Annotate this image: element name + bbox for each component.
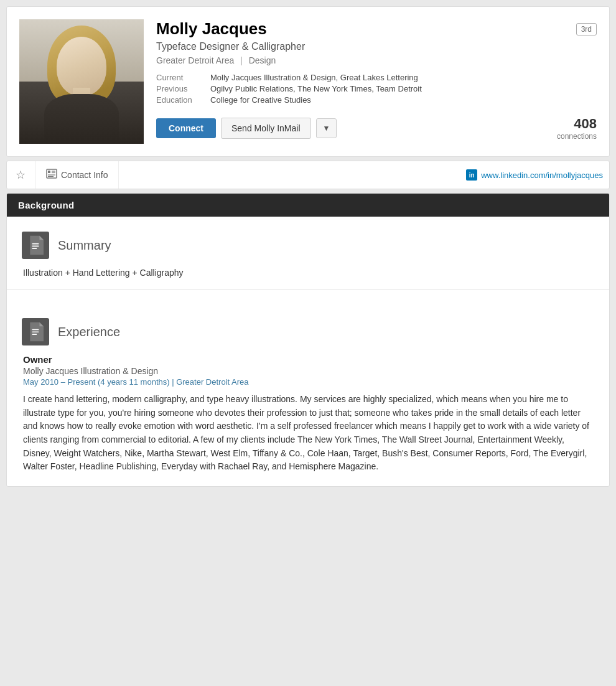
- current-label: Current: [156, 73, 203, 82]
- summary-text: Illustration + Hand Lettering + Calligra…: [22, 268, 594, 278]
- star-icon: ☆: [16, 168, 26, 182]
- education-row: Education College for Creative Studies: [156, 95, 597, 105]
- profile-name-row: Molly Jacques 3rd: [156, 19, 597, 39]
- contact-icon: [46, 169, 57, 182]
- summary-section: Summary Illustration + Hand Lettering + …: [7, 217, 609, 278]
- industry-text: Design: [249, 55, 276, 65]
- previous-value: Ogilvy Public Relations, The New York Ti…: [210, 84, 422, 93]
- linkedin-icon: in: [466, 169, 477, 181]
- svg-rect-1: [48, 171, 50, 173]
- current-row: Current Molly Jacques Illustration & Des…: [156, 73, 597, 82]
- profile-card: Molly Jacques 3rd Typeface Designer & Ca…: [6, 6, 610, 157]
- experience-role: Owner: [23, 354, 593, 365]
- svg-rect-6: [32, 243, 39, 245]
- summary-divider: [7, 289, 609, 289]
- profile-location: Greater Detroit Area | Design: [156, 55, 597, 65]
- profile-details: Current Molly Jacques Illustration & Des…: [156, 73, 597, 105]
- svg-rect-9: [32, 329, 39, 331]
- profile-title: Typeface Designer & Calligrapher: [156, 41, 597, 52]
- profile-name: Molly Jacques: [156, 19, 267, 39]
- svg-rect-8: [32, 248, 37, 249]
- dropdown-button[interactable]: ▼: [316, 118, 337, 138]
- experience-description: I create hand lettering, modern calligra…: [23, 393, 593, 474]
- linkedin-url: www.linkedin.com/in/mollyjacques: [481, 171, 603, 180]
- summary-title: Summary: [58, 238, 111, 253]
- toolbar-bar: ☆ Contact Info in www.linkedin.com/in/mo…: [6, 161, 610, 189]
- previous-label: Previous: [156, 84, 203, 93]
- profile-photo: [19, 19, 144, 144]
- contact-info-label: Contact Info: [61, 170, 108, 180]
- experience-dates: May 2010 – Present (4 years 11 months) |…: [23, 377, 593, 387]
- svg-rect-11: [32, 334, 37, 335]
- degree-badge: 3rd: [576, 23, 597, 35]
- connect-button[interactable]: Connect: [156, 118, 216, 138]
- connections-count: 408: [557, 116, 597, 132]
- summary-title-row: Summary: [22, 232, 594, 259]
- experience-company: Molly Jacques Illustration & Design: [23, 366, 593, 376]
- background-section: Background Summary Illustration + Hand L…: [6, 193, 610, 487]
- profile-actions: Connect Send Molly InMail ▼ 408 connecti…: [156, 116, 597, 141]
- summary-icon: [22, 232, 49, 259]
- experience-section: Experience Owner Molly Jacques Illustrat…: [7, 303, 609, 474]
- location-text: Greater Detroit Area: [156, 55, 234, 65]
- svg-rect-7: [32, 246, 39, 247]
- connections-info: 408 connections: [557, 116, 597, 141]
- profile-info: Molly Jacques 3rd Typeface Designer & Ca…: [156, 19, 597, 144]
- connections-label: connections: [557, 132, 597, 141]
- experience-title: Experience: [58, 325, 120, 339]
- inmail-button[interactable]: Send Molly InMail: [221, 118, 311, 139]
- previous-row: Previous Ogilvy Public Relations, The Ne…: [156, 84, 597, 93]
- svg-rect-10: [32, 331, 39, 332]
- education-label: Education: [156, 95, 203, 105]
- linkedin-link[interactable]: in www.linkedin.com/in/mollyjacques: [466, 169, 603, 181]
- experience-icon: [22, 318, 49, 345]
- separator: |: [240, 55, 243, 65]
- contact-info-button[interactable]: Contact Info: [36, 161, 119, 189]
- current-value: Molly Jacques Illustration & Design, Gre…: [210, 73, 418, 82]
- experience-entry: Owner Molly Jacques Illustration & Desig…: [22, 354, 594, 474]
- experience-title-row: Experience: [22, 318, 594, 345]
- education-value: College for Creative Studies: [210, 95, 311, 105]
- background-header: Background: [7, 194, 609, 217]
- star-button[interactable]: ☆: [13, 161, 36, 189]
